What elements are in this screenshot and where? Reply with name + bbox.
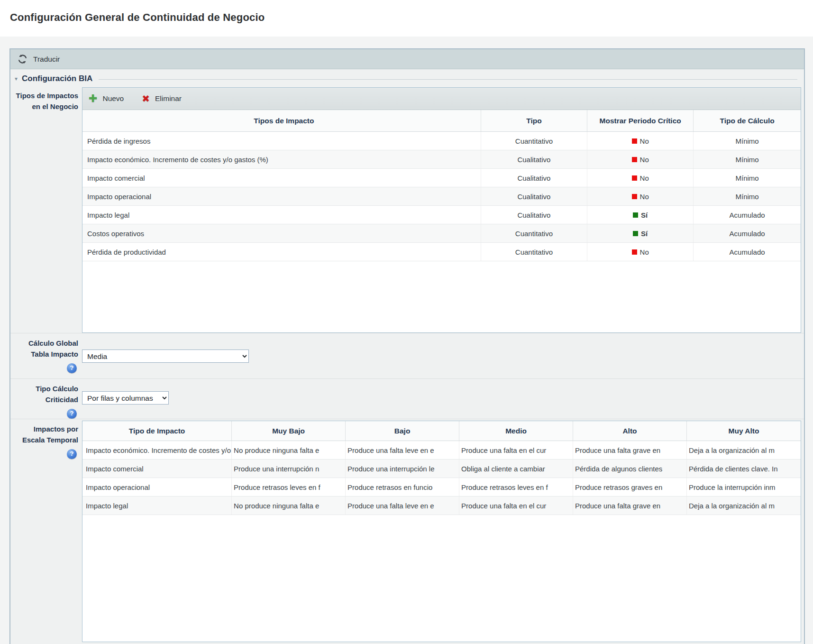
form-row-impact-types: Tipos de Impactos en el Negocio ✚ Nuevo … bbox=[10, 86, 804, 333]
table-row[interactable]: Impacto económico. Incremento de costes … bbox=[82, 150, 801, 169]
delete-x-icon: ✖ bbox=[142, 94, 150, 103]
medium-cell: Produce una falta en el cur bbox=[459, 441, 573, 459]
column-header-impact-type[interactable]: Tipo de Impacto bbox=[82, 421, 232, 441]
table-row[interactable]: Impacto económico. Incremento de costes … bbox=[82, 441, 801, 460]
very-high-cell: Deja a la organización al m bbox=[687, 441, 801, 459]
criticality-calc-select[interactable]: Por filas y columnas bbox=[82, 391, 169, 405]
refresh-translate-icon bbox=[17, 54, 28, 64]
calc-type: Mínimo bbox=[694, 187, 801, 205]
table-row[interactable]: Pérdida de ingresos Cuantitativo No Míni… bbox=[82, 132, 801, 150]
calc-type: Acumulado bbox=[694, 243, 801, 261]
column-header-very-high[interactable]: Muy Alto bbox=[687, 421, 801, 441]
very-low-cell: No produce ninguna falta e bbox=[232, 441, 346, 459]
page-background: Traducir ▾ Configuración BIA Tipos de Im… bbox=[0, 37, 813, 644]
criticality-calc-label: Tipo Cálculo Criticidad bbox=[36, 385, 78, 404]
title-bar: Configuración General de Continuidad de … bbox=[0, 0, 813, 37]
critical-period-value: Sí bbox=[641, 230, 648, 238]
global-calc-label-cell: Cálculo Global Tabla Impacto ? bbox=[10, 333, 82, 378]
temporal-impacts-content: Tipo de Impacto Muy Bajo Bajo Medio Alto… bbox=[82, 419, 804, 642]
help-icon[interactable]: ? bbox=[67, 449, 77, 459]
status-square-icon bbox=[632, 157, 637, 162]
high-cell: Produce una falta grave en bbox=[573, 497, 687, 515]
section-rule bbox=[99, 79, 797, 80]
impact-types-grid-header: Tipos de Impacto Tipo Mostrar Periodo Cr… bbox=[82, 110, 801, 132]
critical-period-value: No bbox=[640, 174, 649, 182]
impact-name: Impacto legal bbox=[82, 206, 481, 224]
column-header-critical-period[interactable]: Mostrar Periodo Crítico bbox=[587, 110, 694, 131]
critical-period-cell: No bbox=[587, 150, 694, 168]
translate-button[interactable]: Traducir bbox=[17, 54, 60, 64]
impact-name: Pérdida de productividad bbox=[82, 243, 481, 261]
status-square-icon bbox=[632, 194, 637, 199]
status-square-icon bbox=[632, 175, 637, 181]
delete-button[interactable]: ✖ Eliminar bbox=[142, 94, 182, 103]
temporal-impacts-grid-header: Tipo de Impacto Muy Bajo Bajo Medio Alto… bbox=[82, 421, 801, 441]
low-cell: Produce una interrupción le bbox=[346, 460, 459, 478]
impact-type: Cuantitativo bbox=[481, 132, 587, 150]
table-row[interactable]: Impacto comercial Produce una interrupci… bbox=[82, 460, 801, 478]
column-header-high[interactable]: Alto bbox=[573, 421, 687, 441]
table-row[interactable]: Impacto comercial Cualitativo No Mínimo bbox=[82, 169, 801, 187]
calc-type: Mínimo bbox=[694, 169, 801, 187]
column-header-medium[interactable]: Medio bbox=[459, 421, 573, 441]
critical-period-cell: No bbox=[587, 187, 694, 205]
medium-cell: Produce retrasos leves en f bbox=[459, 478, 573, 496]
impact-types-grid: ✚ Nuevo ✖ Eliminar Tipos de Impacto Tipo… bbox=[82, 87, 801, 333]
form-row-criticality-calc: Tipo Cálculo Criticidad ? Por filas y co… bbox=[10, 378, 804, 419]
table-row[interactable]: Impacto legal No produce ninguna falta e… bbox=[82, 497, 801, 515]
critical-period-cell: No bbox=[587, 243, 694, 261]
column-header-very-low[interactable]: Muy Bajo bbox=[232, 421, 346, 441]
delete-button-label: Eliminar bbox=[155, 94, 182, 103]
status-square-icon bbox=[632, 249, 637, 255]
calc-type: Acumulado bbox=[694, 206, 801, 224]
impact-type: Cualitativo bbox=[481, 169, 587, 187]
status-square-icon bbox=[633, 231, 638, 236]
medium-cell: Produce una falta en el cur bbox=[459, 497, 573, 515]
critical-period-value: No bbox=[640, 248, 649, 256]
very-low-cell: Produce una interrupción n bbox=[232, 460, 346, 478]
calc-type: Acumulado bbox=[694, 224, 801, 242]
impact-name: Impacto legal bbox=[82, 497, 232, 515]
table-row[interactable]: Impacto legal Cualitativo Sí Acumulado bbox=[82, 206, 801, 224]
grid-empty-area bbox=[82, 515, 801, 642]
low-cell: Produce retrasos en funcio bbox=[346, 478, 459, 496]
impact-name: Impacto operacional bbox=[82, 187, 481, 205]
high-cell: Produce una falta grave en bbox=[573, 441, 687, 459]
global-calc-select[interactable]: Media bbox=[82, 350, 249, 363]
impact-name: Impacto económico. Incremento de costes … bbox=[82, 441, 232, 459]
temporal-impacts-label-cell: Impactos por Escala Temporal ? bbox=[10, 419, 82, 642]
impact-name: Impacto operacional bbox=[82, 478, 232, 496]
table-row[interactable]: Impacto operacional Cualitativo No Mínim… bbox=[82, 187, 801, 206]
very-low-cell: Produce retrasos leves en f bbox=[232, 478, 346, 496]
calc-type: Mínimo bbox=[694, 150, 801, 168]
very-high-cell: Pérdida de clientes clave. In bbox=[687, 460, 801, 478]
critical-period-value: No bbox=[640, 137, 649, 145]
impact-types-label: Tipos de Impactos en el Negocio bbox=[10, 86, 82, 333]
new-button-label: Nuevo bbox=[102, 94, 124, 103]
table-row[interactable]: Costos operativos Cuantitativo Sí Acumul… bbox=[82, 224, 801, 243]
impact-name: Pérdida de ingresos bbox=[82, 132, 481, 150]
table-row[interactable]: Impacto operacional Produce retrasos lev… bbox=[82, 478, 801, 497]
critical-period-value: Sí bbox=[641, 211, 648, 219]
help-icon[interactable]: ? bbox=[67, 409, 77, 419]
impact-name: Costos operativos bbox=[82, 224, 481, 242]
critical-period-value: No bbox=[640, 193, 649, 201]
critical-period-cell: No bbox=[587, 132, 694, 150]
column-header-impact-types[interactable]: Tipos de Impacto bbox=[82, 110, 481, 131]
column-header-calc-type[interactable]: Tipo de Cálculo bbox=[694, 110, 801, 131]
very-high-cell: Produce la interrupción inm bbox=[687, 478, 801, 496]
configuration-panel: Traducir ▾ Configuración BIA Tipos de Im… bbox=[9, 48, 805, 644]
global-calc-label: Cálculo Global Tabla Impacto bbox=[28, 339, 78, 358]
form-row-global-calc: Cálculo Global Tabla Impacto ? Media bbox=[10, 333, 804, 378]
bia-section-title: Configuración BIA bbox=[22, 74, 92, 83]
help-icon[interactable]: ? bbox=[67, 363, 77, 373]
high-cell: Produce retrasos graves en bbox=[573, 478, 687, 496]
table-row[interactable]: Pérdida de productividad Cuantitativo No… bbox=[82, 243, 801, 261]
column-header-low[interactable]: Bajo bbox=[346, 421, 459, 441]
column-header-type[interactable]: Tipo bbox=[481, 110, 587, 131]
new-button[interactable]: ✚ Nuevo bbox=[89, 93, 124, 104]
temporal-impacts-label: Impactos por Escala Temporal bbox=[22, 425, 78, 444]
collapse-caret-icon[interactable]: ▾ bbox=[15, 76, 18, 82]
impact-types-content: ✚ Nuevo ✖ Eliminar Tipos de Impacto Tipo… bbox=[82, 86, 804, 333]
critical-period-cell: Sí bbox=[587, 224, 694, 242]
